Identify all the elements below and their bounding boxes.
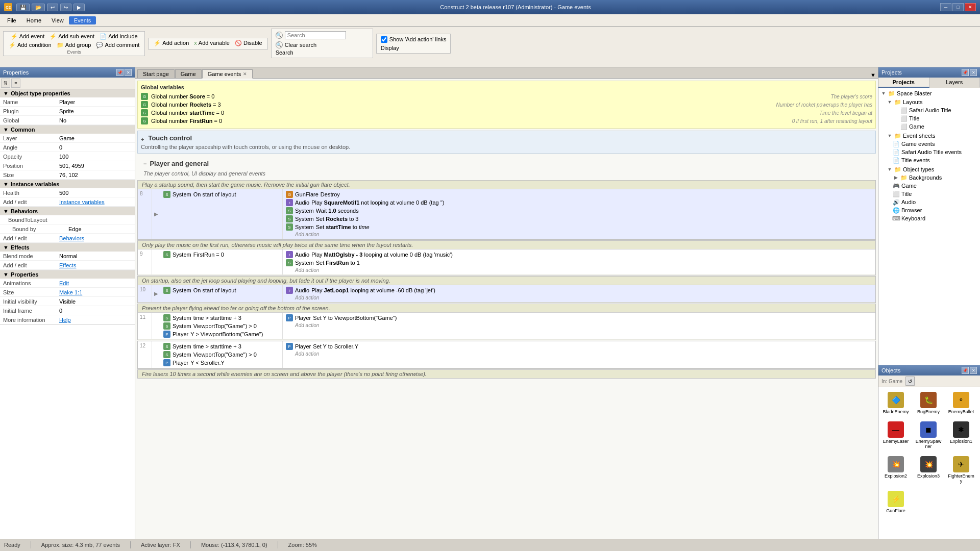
tree-keyboard-object[interactable]: ⌨ Keyboard	[892, 214, 979, 222]
menu-home[interactable]: Home	[21, 16, 46, 24]
menu-events[interactable]: Events	[69, 16, 96, 24]
obj-blade-enemy[interactable]: 🔷 BladeEnemy	[880, 389, 911, 417]
condition-12-1[interactable]: S System time > starttime + 3	[162, 342, 280, 350]
condition-12-3[interactable]: P Player Y < Scroller.Y	[162, 359, 280, 367]
quick-save-btn[interactable]: 💾	[16, 4, 30, 11]
condition-11-2[interactable]: S System ViewportTop("Game") > 0	[162, 322, 280, 330]
clear-search-btn[interactable]: Clear search	[285, 42, 316, 48]
obj-explosion2[interactable]: 💥 Explosion2	[880, 454, 911, 486]
player-general-toggle[interactable]: −	[143, 161, 146, 167]
projects-close-btn[interactable]: ✕	[970, 69, 977, 76]
obj-enemy-spawner[interactable]: ◼ EnemySpawner	[913, 419, 944, 452]
add-variable-btn[interactable]: x Add variable	[192, 39, 232, 47]
tab-game-events-close[interactable]: ✕	[243, 71, 247, 77]
tree-backgrounds[interactable]: ▶ 📁 Backgrounds	[892, 173, 979, 182]
tree-game-layout[interactable]: ⬜ Game	[892, 122, 979, 131]
props-object-type-header[interactable]: ▼ Object type properties	[0, 89, 135, 97]
objects-pin-btn[interactable]: 📌	[962, 367, 969, 374]
add-action-12[interactable]: Add action	[285, 350, 873, 357]
add-include-btn[interactable]: 📄 Add include	[97, 33, 140, 40]
tree-object-types-row[interactable]: ▼ 📁 Object types	[886, 165, 979, 173]
tree-browser-object[interactable]: 🌐 Browser	[892, 206, 979, 214]
objects-close-btn[interactable]: ✕	[970, 367, 977, 374]
tree-title-object[interactable]: ⬜ Title	[892, 190, 979, 198]
condition-11-1[interactable]: S System time > starttime + 3	[162, 314, 280, 322]
play-btn[interactable]: ▶	[74, 4, 85, 11]
action-9-2[interactable]: S System Set FirstRun to 1	[285, 259, 873, 267]
add-action-11[interactable]: Add action	[285, 322, 873, 329]
minimize-btn[interactable]: ─	[940, 3, 951, 11]
obj-enemy-bullet[interactable]: ⚬ EnemyBullet	[946, 389, 976, 417]
disable-btn[interactable]: 🚫 Disable	[233, 39, 264, 47]
tree-safari-events[interactable]: 📄 Safari Audio Title events	[892, 148, 979, 156]
props-effects-addedit-link[interactable]: Effects	[59, 262, 76, 268]
tree-audio-object[interactable]: 🔊 Audio	[892, 198, 979, 206]
obj-explosion3[interactable]: 💥 Explosion3	[913, 454, 944, 486]
condition-8-1[interactable]: S System On start of layout	[162, 190, 280, 198]
objects-refresh-btn[interactable]: ↺	[905, 377, 915, 386]
undo-btn[interactable]: ↩	[47, 4, 58, 11]
props-behaviors-addedit-link[interactable]: Behaviors	[59, 235, 84, 241]
add-action-10[interactable]: Add action	[285, 294, 873, 301]
redo-btn[interactable]: ↪	[60, 4, 71, 11]
obj-gun-flare[interactable]: ⚡ GunFlare	[880, 488, 911, 516]
projects-tab-projects[interactable]: Projects	[878, 78, 929, 88]
properties-pin-btn[interactable]: 📌	[116, 69, 124, 76]
props-size-11-link[interactable]: Make 1:1	[59, 289, 82, 295]
projects-pin-btn[interactable]: 📌	[962, 69, 969, 76]
props-group-btn[interactable]: ≡	[11, 79, 20, 88]
tree-layouts-row[interactable]: ▼ 📁 Layouts	[886, 98, 979, 106]
action-8-5[interactable]: S System Set startTime to time	[285, 223, 873, 231]
props-instance-addedit-link[interactable]: Instance variables	[59, 199, 105, 205]
action-9-1[interactable]: ♪ Audio Play MattOglsby - 3 looping at v…	[285, 251, 873, 259]
projects-tab-layers[interactable]: Layers	[929, 78, 981, 88]
condition-12-2[interactable]: S System ViewportTop("Game") > 0	[162, 350, 280, 359]
props-behaviors-header[interactable]: ▼ Behaviors	[0, 207, 135, 215]
props-instance-vars-header[interactable]: ▼ Instance variables	[0, 180, 135, 188]
props-animations-link[interactable]: Edit	[59, 280, 69, 286]
props-sort-btn[interactable]: ⇅	[1, 79, 10, 88]
action-10-1[interactable]: ♪ Audio Play JetLoop1 looping at volume …	[285, 286, 873, 294]
add-group-btn[interactable]: 📁 Add group	[55, 41, 93, 49]
action-8-4[interactable]: S System Set Rockets to 3	[285, 215, 873, 223]
props-properties-header[interactable]: ▼ Properties	[0, 270, 135, 279]
action-8-3[interactable]: S System Wait 1.0 seconds	[285, 207, 873, 215]
properties-close-btn[interactable]: ✕	[125, 69, 132, 76]
obj-fighter-enemy[interactable]: ✈ FighterEnemy	[946, 454, 976, 486]
add-sub-event-btn[interactable]: ⚡ Add sub-event	[47, 33, 96, 40]
touch-control-toggle[interactable]: +	[141, 136, 144, 142]
menu-file[interactable]: File	[2, 16, 21, 24]
tab-dropdown-arrow[interactable]: ▼	[870, 72, 876, 78]
quick-open-btn[interactable]: 📂	[32, 4, 45, 11]
tree-game-events[interactable]: 📄 Game events	[892, 140, 979, 148]
tab-game-events[interactable]: Game events ✕	[202, 69, 253, 79]
action-11-1[interactable]: P Player Set Y to ViewportBottom("Game")	[285, 314, 873, 322]
add-action-btn[interactable]: ⚡ Add action	[152, 39, 191, 47]
add-event-btn[interactable]: ⚡ Add event	[9, 33, 47, 40]
props-effects-header[interactable]: ▼ Effects	[0, 243, 135, 252]
menu-view[interactable]: View	[46, 16, 69, 24]
tree-title-layout[interactable]: ⬜ Title	[892, 114, 979, 122]
condition-9-1[interactable]: S System FirstRun = 0	[162, 251, 280, 259]
add-condition-btn[interactable]: ⚡ Add condition	[7, 41, 54, 49]
action-8-2[interactable]: ♪ Audio Play SquareMotif1 not looping at…	[285, 198, 873, 207]
add-comment-btn[interactable]: 💬 Add comment	[94, 41, 141, 49]
tree-event-sheets-row[interactable]: ▼ 📁 Event sheets	[886, 132, 979, 140]
tree-game-object[interactable]: 🎮 Game	[892, 182, 979, 190]
action-12-1[interactable]: P Player Set Y to Scroller.Y	[285, 342, 873, 350]
tree-title-events[interactable]: 📄 Title events	[892, 156, 979, 164]
obj-explosion1[interactable]: ✱ Explosion1	[946, 419, 976, 452]
show-add-action-checkbox[interactable]	[381, 36, 387, 43]
condition-11-3[interactable]: P Player Y > ViewportBottom("Game")	[162, 330, 280, 338]
obj-bug-enemy[interactable]: 🐛 BugEnemy	[913, 389, 944, 417]
add-action-9[interactable]: Add action	[285, 267, 873, 273]
search-input[interactable]	[285, 31, 346, 39]
tree-safari-audio[interactable]: ⬜ Safari Audio Title	[892, 106, 979, 114]
add-action-8[interactable]: Add action	[285, 231, 873, 238]
maximize-btn[interactable]: □	[952, 3, 964, 11]
action-8-1[interactable]: G GunFlare Destroy	[285, 190, 873, 198]
obj-enemy-laser[interactable]: — EnemyLaser	[880, 419, 911, 452]
props-common-header[interactable]: ▼ Common	[0, 126, 135, 134]
tab-start-page[interactable]: Start page	[137, 69, 175, 78]
condition-10-1[interactable]: S System On start of layout	[162, 286, 280, 294]
